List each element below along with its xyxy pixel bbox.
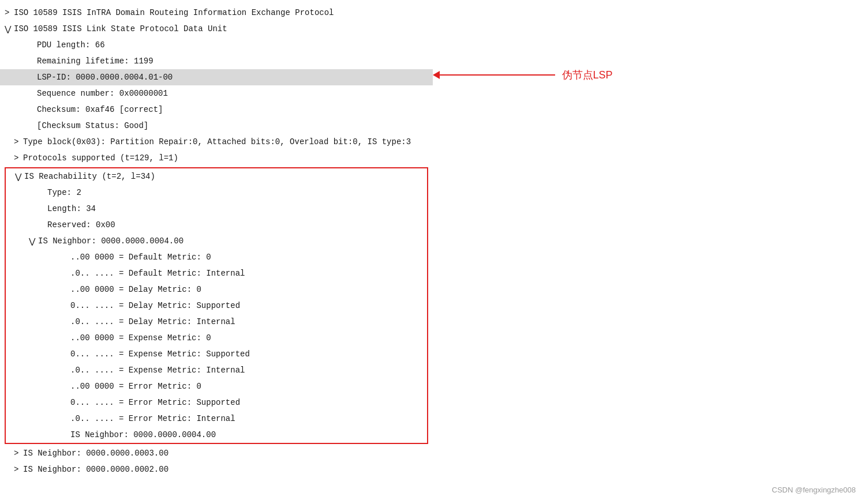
text-default-metric-0: ..00 0000 = Default Metric: 0 [70,253,211,262]
text-is-neighbor-2: IS Neighbor: 0000.0000.0002.00 [23,465,168,474]
toggle-isis-intra[interactable]: > [5,8,14,17]
row-pdu-length: PDU length: 66 [0,37,433,53]
annotation-area: 伪节点LSP [433,68,613,82]
text-checksum: Checksum: 0xaf46 [correct] [37,105,163,114]
row-error-metric-internal: .0.. .... = Error Metric: Internal [6,411,427,427]
text-pdu-length: PDU length: 66 [37,40,105,50]
text-isis-intra: ISO 10589 ISIS InTRA Domain Routeing Inf… [14,8,334,17]
text-isis-lsp: ISO 10589 ISIS Link State Protocol Data … [14,24,227,33]
spacer-checksum [28,105,37,114]
text-length: Length: 34 [47,204,96,213]
text-is-neighbor-parent: IS Neighbor: 0000.0000.0004.00 [38,236,184,246]
arrow-head-icon [433,71,440,79]
row-length: Length: 34 [6,201,427,217]
text-delay-metric-supported: 0... .... = Delay Metric: Supported [70,301,240,310]
row-is-neighbor-2[interactable]: > IS Neighbor: 0000.0000.0002.00 [0,461,433,477]
toggle-reachability[interactable]: ⋁ [15,172,24,182]
toggle-is-neighbor-3[interactable]: > [14,449,23,458]
spacer-remaining [28,57,37,66]
text-expense-metric-internal: .0.. .... = Expense Metric: Internal [70,366,245,375]
row-error-metric-supported: 0... .... = Error Metric: Supported [6,394,427,411]
row-type-block[interactable]: > Type block(0x03): Partition Repair:0, … [0,134,433,150]
text-delay-metric-0: ..00 0000 = Delay Metric: 0 [70,285,201,294]
spacer-checksum-status [28,121,37,130]
annotation-label: 伪节点LSP [562,68,613,82]
text-expense-metric-supported: 0... .... = Expense Metric: Supported [70,349,250,359]
text-remaining-lifetime: Remaining lifetime: 1199 [37,57,153,66]
row-error-metric-0: ..00 0000 = Error Metric: 0 [6,378,427,394]
text-checksum-status: [Checksum Status: Good] [37,121,148,130]
annotation-panel: 伪节点LSP CSDN @fengxingzhe008 [433,0,866,504]
row-delay-metric-0: ..00 0000 = Delay Metric: 0 [6,281,427,298]
spacer-seq [28,89,37,98]
watermark-text: CSDN @fengxingzhe008 [772,486,856,494]
main-container: > ISO 10589 ISIS InTRA Domain Routeing I… [0,0,865,504]
toggle-is-neighbor-2[interactable]: > [14,465,23,474]
text-reachability-header: IS Reachability (t=2, l=34) [24,172,155,181]
row-delay-metric-internal: .0.. .... = Delay Metric: Internal [6,314,427,330]
row-default-metric-internal: .0.. .... = Default Metric: Internal [6,265,427,281]
text-protocols: Protocols supported (t=129, l=1) [23,153,178,163]
text-default-metric-internal: .0.. .... = Default Metric: Internal [70,269,245,278]
row-remaining-lifetime: Remaining lifetime: 1199 [0,53,433,69]
row-is-neighbor-parent[interactable]: ⋁ IS Neighbor: 0000.0000.0004.00 [6,233,427,249]
text-seq-number: Sequence number: 0x00000001 [37,89,168,98]
text-type: Type: 2 [47,188,81,197]
row-seq-number: Sequence number: 0x00000001 [0,85,433,101]
text-reserved: Reserved: 0x00 [47,220,115,230]
text-expense-metric-0: ..00 0000 = Expense Metric: 0 [70,333,211,343]
packet-panel: > ISO 10589 ISIS InTRA Domain Routeing I… [0,0,433,504]
row-isis-lsp[interactable]: ⋁ ISO 10589 ISIS Link State Protocol Dat… [0,21,433,37]
watermark: CSDN @fengxingzhe008 [772,486,856,495]
text-is-neighbor-3: IS Neighbor: 0000.0000.0003.00 [23,449,168,458]
text-error-metric-0: ..00 0000 = Error Metric: 0 [70,382,201,391]
row-is-neighbor-3[interactable]: > IS Neighbor: 0000.0000.0003.00 [0,445,433,461]
row-protocols[interactable]: > Protocols supported (t=129, l=1) [0,150,433,166]
arrow-line [440,74,555,76]
row-delay-metric-supported: 0... .... = Delay Metric: Supported [6,298,427,314]
row-checksum-status: [Checksum Status: Good] [0,118,433,134]
row-checksum: Checksum: 0xaf46 [correct] [0,101,433,118]
spacer-pdu [28,40,37,50]
spacer-reserved [38,220,47,230]
row-expense-metric-0: ..00 0000 = Expense Metric: 0 [6,330,427,346]
text-lsp-id: LSP-ID: 0000.0000.0004.01-00 [37,73,173,82]
row-lsp-id: LSP-ID: 0000.0000.0004.01-00 [0,69,433,85]
text-delay-metric-internal: .0.. .... = Delay Metric: Internal [70,317,235,326]
text-type-block: Type block(0x03): Partition Repair:0, At… [23,137,411,146]
row-reserved: Reserved: 0x00 [6,217,427,233]
reachability-box: ⋁ IS Reachability (t=2, l=34) Type: 2 Le… [5,167,428,444]
row-expense-metric-supported: 0... .... = Expense Metric: Supported [6,346,427,362]
row-is-neighbor-child: IS Neighbor: 0000.0000.0004.00 [6,427,427,443]
toggle-isis-lsp[interactable]: ⋁ [5,24,14,34]
row-isis-intra[interactable]: > ISO 10589 ISIS InTRA Domain Routeing I… [0,5,433,21]
row-expense-metric-internal: .0.. .... = Expense Metric: Internal [6,362,427,378]
row-reachability-header[interactable]: ⋁ IS Reachability (t=2, l=34) [6,168,427,185]
row-type: Type: 2 [6,185,427,201]
text-error-metric-internal: .0.. .... = Error Metric: Internal [70,414,235,423]
text-is-neighbor-child: IS Neighbor: 0000.0000.0004.00 [70,430,216,439]
row-default-metric-0: ..00 0000 = Default Metric: 0 [6,249,427,265]
toggle-is-neighbor-parent[interactable]: ⋁ [29,236,38,246]
spacer-type [38,188,47,197]
toggle-protocols[interactable]: > [14,153,23,163]
spacer-lsp-id [28,73,37,82]
toggle-type-block[interactable]: > [14,137,23,146]
text-error-metric-supported: 0... .... = Error Metric: Supported [70,398,240,407]
spacer-length [38,204,47,213]
